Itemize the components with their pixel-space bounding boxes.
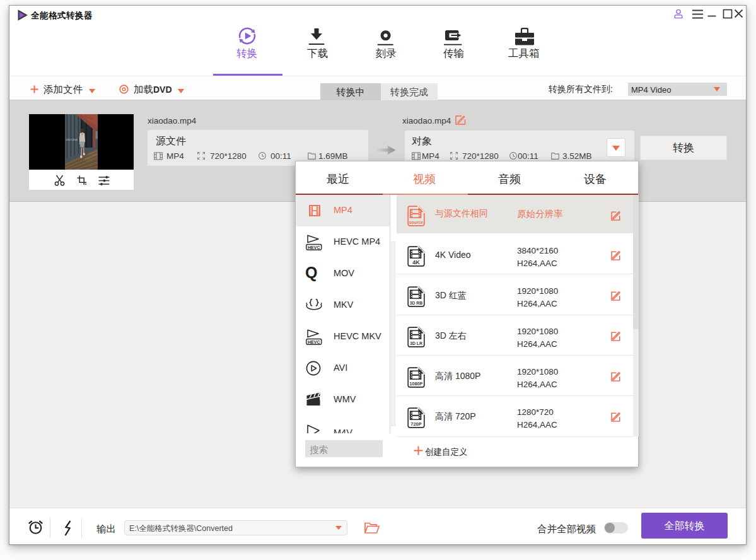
svg-text:3D LR: 3D LR: [410, 341, 422, 346]
svg-text:3D RB: 3D RB: [410, 301, 422, 305]
svg-text:1517.2%4: 1517.2%4: [66, 138, 78, 141]
svg-text:HEVC: HEVC: [308, 245, 320, 250]
svg-text:source: source: [409, 220, 424, 225]
svg-text:4K: 4K: [412, 259, 420, 265]
svg-text:HEVC: HEVC: [308, 340, 320, 344]
svg-text:1080P: 1080P: [410, 381, 423, 387]
svg-text:720P: 720P: [410, 421, 422, 427]
